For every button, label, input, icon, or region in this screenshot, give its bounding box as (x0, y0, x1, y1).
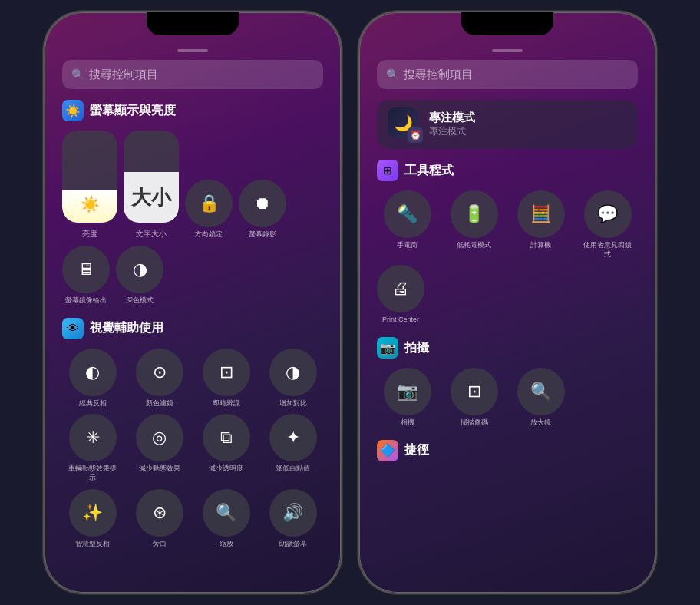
feedback-btn[interactable]: 💬 (584, 190, 632, 238)
focus-card[interactable]: 🌙 ⏰ 專注模式 專注模式 (377, 100, 638, 149)
section-screen: ☀️ 螢幕顯示與亮度 ☀️ 亮度 大小 (62, 100, 323, 306)
screen-record-icon: ⏺ (254, 193, 271, 213)
camera-btn[interactable]: 📷 (384, 368, 431, 415)
brightness-label: 亮度 (82, 229, 97, 240)
section-shortcuts: 🔷 捷徑 (377, 440, 638, 461)
list-item[interactable]: ✳ 車輛動態效果提示 (62, 414, 123, 482)
camera-grid: 📷 相機 ⊡ 掃描條碼 🔍 放大鏡 (377, 368, 638, 428)
list-item[interactable]: 🖨 Print Center (377, 265, 424, 325)
list-item[interactable]: ⊡ 掃描條碼 (444, 368, 504, 428)
phone-left: 🔍 搜尋控制項目 ☀️ 螢幕顯示與亮度 ☀️ 亮度 (43, 11, 342, 594)
magnifier-btn[interactable]: 🔍 (517, 368, 565, 415)
dark-mode-btn[interactable]: ◑ (116, 246, 163, 293)
color-filter-label: 顏色濾鏡 (146, 399, 173, 408)
section-camera-icon: 📷 (377, 337, 398, 359)
list-item[interactable]: ◑ 增加對比 (262, 349, 323, 408)
reduce-transparency-btn[interactable]: ⧉ (203, 414, 250, 461)
search-icon-left: 🔍 (71, 68, 84, 81)
scan-icon: ⊡ (467, 382, 481, 402)
orientation-label: 方向鎖定 (195, 230, 223, 240)
color-filter-btn[interactable]: ⊙ (136, 349, 183, 396)
section-tools-title: 工具程式 (404, 163, 454, 179)
list-item[interactable]: ⊙ 顏色濾鏡 (129, 349, 190, 408)
tools-row2: 🖨 Print Center (377, 265, 638, 325)
feedback-label: 使用者意見回饋式 (581, 241, 635, 259)
mirror-label: 螢幕鏡像輸出 (65, 296, 107, 306)
list-item[interactable]: ◐ 經典反相 (62, 349, 123, 408)
list-item[interactable]: 🔋 低耗電模式 (444, 190, 504, 259)
section-accessibility: 👁 視覺輔助使用 ◐ 經典反相 ⊙ 顏色濾鏡 ⊡ 即時辨識 ◑ 增 (62, 318, 323, 549)
section-screen-title: 螢幕顯示與亮度 (90, 103, 176, 119)
section-tools: ⊞ 工具程式 🔦 手電筒 🔋 低耗電模式 🧮 計算機 💬 使 (377, 160, 638, 325)
lowpower-icon: 🔋 (464, 204, 484, 224)
list-item[interactable]: 🔦 手電筒 (377, 190, 438, 259)
section-camera-header: 📷 拍攝 (377, 337, 638, 359)
list-item[interactable]: ✨ 智慧型反相 (62, 489, 123, 549)
live-text-icon: ⊡ (220, 362, 233, 382)
screen-record-btn[interactable]: ⏺ (239, 180, 286, 227)
zoom-btn[interactable]: 🔍 (203, 489, 250, 537)
section-screen-icon: ☀️ (62, 100, 84, 121)
section-tools-header: ⊞ 工具程式 (377, 160, 638, 181)
magnifier-label: 放大鏡 (530, 418, 551, 428)
flashlight-btn[interactable]: 🔦 (384, 190, 431, 238)
list-item[interactable]: ◎ 減少動態效果 (129, 414, 190, 482)
search-bar-left[interactable]: 🔍 搜尋控制項目 (62, 60, 323, 89)
list-item[interactable]: ✦ 降低白點值 (262, 414, 323, 482)
orientation-btn[interactable]: 🔒 (185, 180, 233, 227)
brightness-slider[interactable]: ☀️ (62, 131, 117, 223)
list-item[interactable]: 🔊 朗讀螢幕 (262, 489, 323, 549)
reduce-motion-btn[interactable]: ◎ (136, 414, 183, 461)
contrast-label: 增加對比 (279, 399, 307, 408)
list-item[interactable]: ⊡ 即時辨識 (196, 349, 256, 408)
reduce-white-label: 降低白點值 (276, 464, 310, 474)
focus-subtitle: 專注模式 (429, 125, 627, 138)
classic-invert-label: 經典反相 (79, 399, 107, 408)
mirror-btn[interactable]: 🖥 (62, 246, 110, 293)
list-item[interactable]: 📷 相機 (377, 368, 438, 428)
orientation-icon: 🔒 (199, 193, 220, 213)
list-item[interactable]: ⧉ 減少透明度 (196, 414, 256, 482)
calculator-btn[interactable]: 🧮 (517, 190, 565, 238)
flashlight-label: 手電筒 (397, 241, 418, 250)
list-item[interactable]: 🔍 縮放 (196, 489, 256, 549)
reduce-transparency-label: 減少透明度 (209, 464, 243, 474)
sun-icon: ☀️ (81, 195, 100, 213)
voiceover-label: 旁白 (153, 540, 167, 549)
reduce-white-btn[interactable]: ✦ (269, 414, 317, 461)
contrast-btn[interactable]: ◑ (269, 349, 317, 396)
zoom-icon: 🔍 (216, 503, 236, 523)
search-bar-right[interactable]: 🔍 搜尋控制項目 (377, 60, 638, 89)
scan-btn[interactable]: ⊡ (451, 368, 498, 415)
list-item[interactable]: ⊛ 旁白 (129, 489, 190, 549)
voiceover-btn[interactable]: ⊛ (136, 489, 183, 537)
calculator-icon: 🧮 (530, 204, 551, 224)
motion-alert-btn[interactable]: ✳ (69, 414, 117, 461)
print-center-icon: 🖨 (392, 279, 409, 299)
search-label-left: 搜尋控制項目 (89, 68, 158, 82)
search-label-right: 搜尋控制項目 (404, 68, 473, 82)
section-camera: 📷 拍攝 📷 相機 ⊡ 掃描條碼 🔍 放大鏡 (377, 337, 638, 428)
classic-invert-btn[interactable]: ◐ (69, 349, 117, 396)
reduce-transparency-icon: ⧉ (220, 428, 233, 448)
list-item[interactable]: 💬 使用者意見回饋式 (577, 190, 638, 259)
focus-info: 專注模式 專注模式 (429, 111, 627, 138)
print-center-btn[interactable]: 🖨 (377, 265, 424, 312)
zoom-label: 縮放 (220, 540, 233, 549)
lowpower-btn[interactable]: 🔋 (451, 190, 498, 238)
list-item[interactable]: 🔍 放大鏡 (510, 368, 571, 428)
list-item[interactable]: 🧮 計算機 (510, 190, 571, 259)
print-center-label: Print Center (382, 316, 419, 325)
live-text-label: 即時辨識 (213, 399, 240, 408)
smart-invert-btn[interactable]: ✨ (69, 489, 117, 537)
notch-right (461, 12, 553, 35)
live-text-btn[interactable]: ⊡ (203, 349, 250, 396)
handle-right (492, 49, 523, 52)
speak-screen-btn[interactable]: 🔊 (269, 489, 317, 537)
calculator-label: 計算機 (530, 241, 551, 250)
textsize-slider[interactable]: 大小 (124, 131, 179, 223)
accessibility-grid: ◐ 經典反相 ⊙ 顏色濾鏡 ⊡ 即時辨識 ◑ 增加對比 ✳ 車輛動態效果提 (62, 349, 323, 549)
phone-right: 🔍 搜尋控制項目 🌙 ⏰ 專注模式 專注模式 ⊞ 工具程式 🔦 (358, 11, 657, 594)
content-right: 🌙 ⏰ 專注模式 專注模式 ⊞ 工具程式 🔦 手電筒 🔋 低耗 (377, 100, 638, 593)
motion-alert-icon: ✳ (86, 428, 100, 448)
